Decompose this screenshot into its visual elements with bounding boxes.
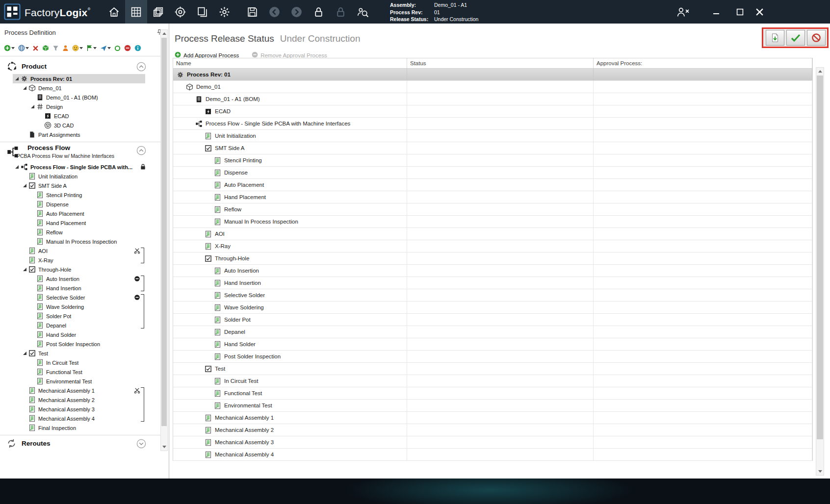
sidebar-scrollbar[interactable] <box>160 29 168 451</box>
table-row[interactable]: Hand Insertion <box>173 277 812 289</box>
tree-item[interactable]: Hand Solder <box>0 330 161 339</box>
expander-icon[interactable] <box>15 76 21 81</box>
scrollbar-thumb[interactable] <box>161 38 167 426</box>
process-flow-section-header[interactable]: Process Flow PCBA Process Flow w/ Machin… <box>0 142 161 161</box>
tree-item[interactable]: Mechanical Assembly 1 <box>0 386 161 395</box>
tree-item[interactable]: Selective Solder <box>0 293 161 302</box>
column-header-approval-process[interactable]: Approval Process: <box>594 58 812 68</box>
table-row[interactable]: Through-Hole <box>173 252 812 265</box>
table-row[interactable]: In Circuit Test <box>173 375 812 387</box>
tree-item[interactable]: Part Assignments <box>0 130 161 139</box>
table-row[interactable]: Manual In Process Inspection <box>173 216 812 228</box>
tree-item[interactable]: AOI <box>0 246 161 255</box>
tree-item[interactable]: Process Rev: 01 <box>0 74 161 83</box>
tree-item[interactable]: Reflow <box>0 227 161 237</box>
minimize-button[interactable] <box>706 3 726 20</box>
table-row[interactable]: Stencil Printing <box>173 154 812 167</box>
product-section-header[interactable]: Product <box>0 59 161 74</box>
tree-item[interactable]: X-Ray <box>0 255 161 265</box>
scroll-up-arrow[interactable] <box>161 30 167 37</box>
layers-icon[interactable] <box>147 0 169 24</box>
tree-item[interactable]: Mechanical Assembly 2 <box>0 395 161 404</box>
table-row[interactable]: Hand Solder <box>173 338 812 351</box>
table-row[interactable]: Post Solder Inspection <box>173 351 812 363</box>
send-icon[interactable] <box>99 45 112 52</box>
tree-item[interactable]: ECAD <box>0 111 161 121</box>
column-header-name[interactable]: Name <box>173 58 407 68</box>
table-row[interactable]: Mechanical Assembly 3 <box>173 436 812 449</box>
table-row[interactable]: Mechanical Assembly 2 <box>173 424 812 436</box>
table-row[interactable]: Process Rev: 01 <box>173 69 812 81</box>
tree-item[interactable]: Dispense <box>0 200 161 209</box>
table-row[interactable]: Process Flow - Single Side PCBA with Mac… <box>173 118 812 130</box>
tree-item[interactable]: SMT Side A <box>0 181 161 190</box>
tree-item[interactable]: Process Flow - Single Side PCBA with... <box>0 162 161 172</box>
collapse-section-icon[interactable] <box>136 62 146 74</box>
flag-icon[interactable] <box>85 44 98 52</box>
table-row[interactable]: SMT Side A <box>173 142 812 154</box>
globe-icon[interactable] <box>17 44 30 52</box>
tree-item[interactable]: Test <box>0 349 161 358</box>
expander-icon[interactable] <box>30 104 36 109</box>
table-row[interactable]: ECAD <box>173 105 812 118</box>
tree-item[interactable]: Stencil Printing <box>0 190 161 200</box>
expander-icon[interactable] <box>23 86 28 90</box>
face-icon[interactable] <box>71 44 84 52</box>
table-row[interactable]: Selective Solder <box>173 289 812 302</box>
package-icon[interactable] <box>41 44 50 52</box>
table-row[interactable]: Hand Placement <box>173 191 812 203</box>
save-icon[interactable] <box>241 0 263 24</box>
column-header-status[interactable]: Status <box>407 58 594 68</box>
reroutes-section-header[interactable]: Reroutes <box>0 435 161 452</box>
table-row[interactable]: Functional Test <box>173 387 812 400</box>
expander-icon[interactable] <box>23 351 28 355</box>
table-row[interactable]: Demo_01 <box>173 81 812 93</box>
funnel-icon[interactable] <box>52 45 60 52</box>
collapse-section-icon[interactable] <box>136 146 146 157</box>
tree-item[interactable]: Unit Initialization <box>0 172 161 181</box>
table-row[interactable]: Environmental Test <box>173 400 812 412</box>
tree-item[interactable]: In Circuit Test <box>0 358 161 367</box>
add-icon[interactable] <box>3 44 16 52</box>
tree-item[interactable]: Solder Pot <box>0 311 161 321</box>
remove-icon[interactable] <box>123 44 132 52</box>
tree-item[interactable]: Demo_01 <box>0 83 161 93</box>
home-icon[interactable] <box>103 0 125 24</box>
tree-item[interactable]: Hand Insertion <box>0 283 161 293</box>
tree-item[interactable]: Auto Insertion <box>0 274 161 283</box>
audit-search-icon[interactable] <box>352 0 374 24</box>
tree-item[interactable]: Demo_01 - A1 (BOM) <box>0 93 161 102</box>
tree-item[interactable]: Wave Soldering <box>0 302 161 311</box>
process-definition-icon[interactable] <box>125 0 147 24</box>
table-row[interactable]: Auto Placement <box>173 179 812 191</box>
tree-item[interactable]: Hand Placement <box>0 218 161 227</box>
tree-item[interactable]: 3D CAD <box>0 121 161 130</box>
settings-gear-icon[interactable] <box>213 0 235 24</box>
table-row[interactable]: X-Ray <box>173 240 812 252</box>
tree-item[interactable]: Mechanical Assembly 3 <box>0 404 161 414</box>
scrollbar-thumb[interactable] <box>817 76 823 439</box>
record-icon[interactable] <box>113 45 122 52</box>
table-row[interactable]: Mechanical Assembly 4 <box>173 449 812 461</box>
expand-section-icon[interactable] <box>136 439 146 451</box>
target-icon[interactable] <box>169 0 191 24</box>
lock-disabled-icon[interactable] <box>330 0 352 24</box>
table-row[interactable]: AOI <box>173 228 812 240</box>
table-row[interactable]: Wave Soldering <box>173 302 812 314</box>
tree-item[interactable]: Through-Hole <box>0 265 161 274</box>
tree-item[interactable]: Manual In Process Inspection <box>0 237 161 246</box>
table-row[interactable]: Demo_01 - A1 (BOM) <box>173 93 812 105</box>
scroll-down-arrow[interactable] <box>161 443 167 451</box>
expander-icon[interactable] <box>23 267 28 272</box>
lock-icon[interactable] <box>308 0 330 24</box>
expander-icon[interactable] <box>23 183 28 188</box>
scroll-down-arrow[interactable] <box>816 468 824 475</box>
expander-icon[interactable] <box>15 165 21 169</box>
tree-item[interactable]: Depanel <box>0 321 161 330</box>
table-row[interactable]: Solder Pot <box>173 314 812 326</box>
table-row[interactable]: Dispense <box>173 167 812 179</box>
table-row[interactable]: Depanel <box>173 326 812 338</box>
main-scrollbar[interactable] <box>816 67 824 476</box>
table-row[interactable]: Unit Initialization <box>173 130 812 142</box>
forward-icon[interactable] <box>285 0 308 24</box>
